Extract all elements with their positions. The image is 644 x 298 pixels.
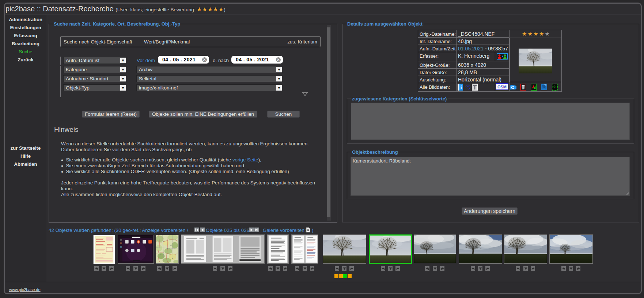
svg-text:i: i bbox=[460, 84, 462, 90]
svg-text:C: C bbox=[467, 85, 469, 89]
svg-text:OSM: OSM bbox=[497, 85, 507, 89]
